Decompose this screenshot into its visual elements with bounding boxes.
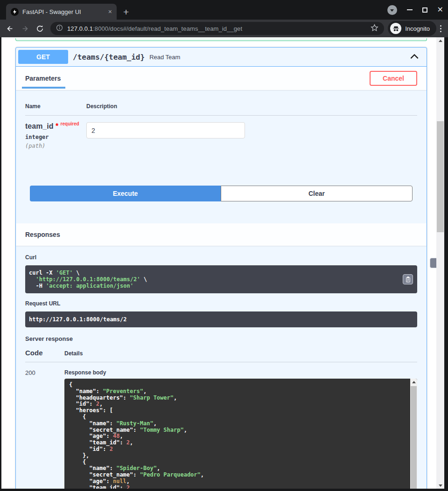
bookmark-star-icon[interactable]: [371, 24, 378, 34]
request-url-value: http://127.0.0.1:8000/teams/2: [25, 311, 417, 327]
address-bar[interactable]: 127.0.0.1:8000/docs#/default/read_team_t…: [50, 22, 384, 35]
reload-button[interactable]: [33, 21, 47, 35]
url-text[interactable]: 127.0.0.1:8000/docs#/default/read_team_t…: [67, 25, 366, 32]
details-column-header: Details: [64, 350, 83, 357]
maximize-button[interactable]: [422, 7, 427, 13]
responses-inner: Curl curl -X 'GET' \ 'http://127.0.0.1:8…: [16, 246, 427, 489]
execute-button-group: Execute Clear: [16, 186, 427, 211]
parameter-name: team_id * required: [25, 122, 86, 131]
page-content: GET /teams/{team_id} Read Team Parameter…: [0, 37, 448, 491]
incognito-label: Incognito: [405, 25, 430, 32]
incognito-icon: [390, 23, 401, 34]
browser-toolbar: 127.0.0.1:8000/docs#/default/read_team_t…: [0, 20, 448, 37]
response-body-block: { "name": "Preventers", "headquarters": …: [64, 379, 417, 489]
parameters-tab-underline: [22, 87, 65, 89]
close-window-button[interactable]: ✕: [437, 6, 443, 14]
swagger-page: GET /teams/{team_id} Read Team Parameter…: [1, 37, 436, 489]
collapse-chevron-icon[interactable]: [410, 53, 419, 61]
name-column-header: Name: [25, 103, 86, 110]
tab-close-icon[interactable]: ×: [108, 8, 112, 15]
incognito-badge: Incognito: [388, 21, 436, 36]
get-operation-block: GET /teams/{team_id} Read Team Parameter…: [15, 47, 427, 489]
response-body-scrollbar[interactable]: [410, 379, 417, 489]
team-id-input[interactable]: [86, 122, 245, 138]
response-body-label: Response body: [64, 369, 417, 376]
parameter-type: integer: [25, 134, 86, 140]
clear-button[interactable]: Clear: [221, 186, 413, 201]
new-tab-button[interactable]: +: [123, 7, 129, 17]
operation-summary[interactable]: GET /teams/{team_id} Read Team: [16, 48, 427, 67]
curl-label: Curl: [25, 254, 417, 261]
parameters-tab[interactable]: Parameters: [25, 75, 61, 82]
response-scrollbar-thumb[interactable]: [411, 386, 417, 489]
forward-button[interactable]: [18, 21, 32, 35]
parameter-row: team_id * required integer (path): [25, 116, 417, 186]
minimize-button[interactable]: [407, 9, 413, 10]
parameter-location: (path): [25, 143, 86, 149]
responses-section-header: Responses: [16, 223, 427, 246]
required-label: required: [61, 121, 79, 126]
back-button[interactable]: [3, 21, 17, 35]
previous-operation-block-edge[interactable]: [15, 38, 427, 41]
responses-title: Responses: [25, 231, 60, 238]
copy-to-clipboard-button[interactable]: [403, 274, 413, 284]
fastapi-favicon-icon: [11, 8, 19, 16]
response-body-json: { "name": "Preventers", "headquarters": …: [64, 379, 410, 489]
response-row: 200 Response body { "name": "Preventers"…: [25, 369, 417, 489]
curl-command: curl -X 'GET' \ 'http://127.0.0.1:8000/t…: [25, 265, 417, 293]
tab-search-icon[interactable]: [387, 5, 397, 15]
browser-tab-strip: FastAPI - Swagger UI × + ✕: [0, 0, 448, 20]
parameters-section-header: Parameters Cancel: [16, 67, 427, 90]
cancel-button[interactable]: Cancel: [370, 71, 417, 86]
required-star: *: [56, 122, 58, 130]
browser-tab[interactable]: FastAPI - Swagger UI ×: [6, 4, 117, 20]
operation-path: /teams/{team_id}: [73, 53, 145, 62]
parameters-table: Name Description team_id * required inte…: [16, 90, 427, 186]
server-response-label: Server response: [25, 335, 417, 342]
code-column-header: Code: [25, 349, 64, 357]
page-scrollbar[interactable]: [436, 37, 444, 489]
tab-title: FastAPI - Swagger UI: [22, 8, 105, 15]
site-info-icon[interactable]: [56, 24, 63, 33]
browser-menu-icon[interactable]: [440, 25, 441, 32]
response-table-header: Code Details: [25, 349, 417, 362]
http-method-badge: GET: [18, 50, 68, 64]
execute-button[interactable]: Execute: [30, 186, 221, 201]
page-scrollbar-thumb[interactable]: [437, 121, 444, 232]
description-column-header: Description: [86, 103, 117, 110]
request-url-label: Request URL: [25, 300, 417, 307]
status-code: 200: [25, 369, 64, 489]
operation-summary-text: Read Team: [149, 54, 180, 61]
